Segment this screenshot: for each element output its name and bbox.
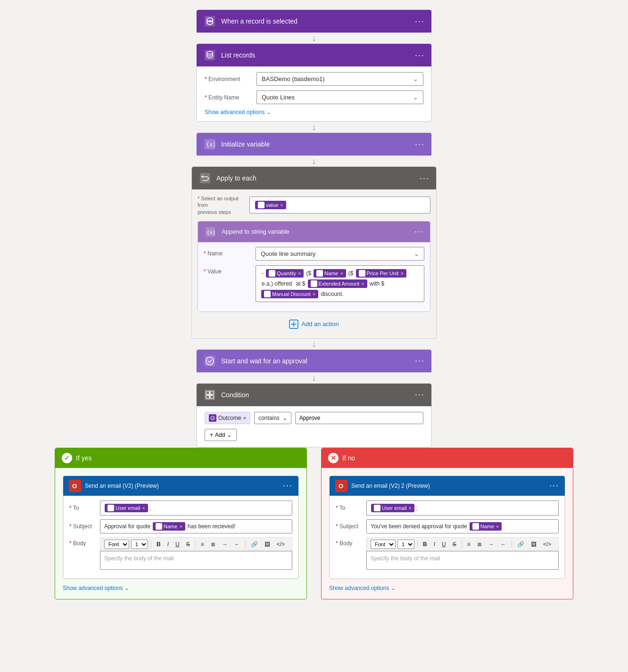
token-icon	[156, 523, 162, 530]
condition-body: Outcome × contains ⌄ + Add ⌄	[197, 406, 431, 447]
token-remove[interactable]: ×	[179, 524, 182, 529]
user-email-token-no: User email ×	[371, 504, 414, 512]
italic-button[interactable]: I	[165, 540, 171, 549]
to-value-no[interactable]: User email × ;	[366, 500, 559, 516]
connector-arrow-1: ↓	[312, 34, 316, 42]
show-advanced-options-yes[interactable]: Show advanced options ⌄	[63, 585, 299, 591]
email-card-yes: O Send an email (V2) (Preview) ··· To	[63, 475, 299, 579]
step-more-options[interactable]: ···	[283, 481, 293, 491]
code-button-no[interactable]: </>	[541, 540, 554, 549]
add-condition-button[interactable]: + Add ⌄	[205, 429, 237, 441]
italic-button-no[interactable]: I	[431, 540, 438, 549]
name-token: Name ×	[314, 269, 346, 278]
token-remove[interactable]: ×	[280, 202, 283, 208]
body-editor-no: Font 12 B I U S	[366, 537, 559, 570]
step-apply-each-container: Apply to each ··· Select an output fromp…	[191, 166, 437, 339]
underline-button-no[interactable]: U	[439, 540, 448, 549]
indent-button[interactable]: →	[220, 540, 230, 549]
step-header[interactable]: When a record is selected ···	[197, 10, 431, 33]
body-editor: Font 12 B I U S	[100, 537, 292, 570]
show-advanced-options[interactable]: Show advanced options ⌄	[205, 109, 423, 115]
numbered-list-button-no[interactable]: ≣	[475, 540, 484, 549]
step-more-options[interactable]: ···	[415, 50, 425, 60]
link-button-no[interactable]: 🔗	[515, 540, 527, 549]
font-select[interactable]: Font	[104, 540, 129, 549]
email-header-yes[interactable]: O Send an email (V2) (Preview) ···	[63, 476, 298, 496]
body-text-area-no[interactable]: Specify the body of the mail	[366, 551, 559, 570]
body-toolbar-no: Font 12 B I U S	[366, 537, 559, 551]
value-tokens-area[interactable]: - Quantity × ($ Name × ($	[256, 265, 424, 302]
step-condition-header[interactable]: Condition ···	[197, 384, 431, 406]
approval-icon	[203, 354, 216, 368]
step-list-header[interactable]: List records ···	[197, 44, 431, 66]
subject-value-no[interactable]: You've been denied approval for quote Na…	[366, 519, 559, 533]
token-remove[interactable]: ×	[496, 524, 499, 529]
step-var-header[interactable]: {x} Initialize variable ···	[197, 133, 431, 156]
environment-label: Environment	[205, 76, 256, 82]
numbered-list-button[interactable]: ≣	[208, 540, 218, 549]
append-string-header[interactable]: {x} Append to string variable ···	[198, 221, 430, 242]
step-apply-each-header[interactable]: Apply to each ···	[192, 167, 436, 189]
image-button[interactable]: 🖼	[262, 540, 273, 549]
outdent-button-no[interactable]: ←	[498, 540, 509, 549]
subject-field: Subject Approval for quote Name × has be…	[69, 519, 292, 533]
token-remove[interactable]: ×	[313, 291, 315, 297]
strikethrough-button[interactable]: S	[184, 540, 192, 549]
entity-dropdown[interactable]: Quote Lines ⌄	[256, 90, 423, 104]
token-remove[interactable]: ×	[298, 270, 301, 276]
font-size-select-no[interactable]: 12	[397, 540, 414, 549]
environment-value: BASDemo (basdemo1) ⌄	[256, 72, 423, 86]
strikethrough-button-no[interactable]: S	[450, 540, 459, 549]
chevron-down-icon: ⌄	[124, 585, 129, 591]
svg-text:{x}: {x}	[207, 229, 215, 236]
token-remove[interactable]: ×	[400, 270, 403, 276]
subject-value[interactable]: Approval for quote Name × has been recie…	[100, 519, 292, 533]
body-label: Body	[69, 537, 100, 547]
environment-dropdown[interactable]: BASDemo (basdemo1) ⌄	[256, 72, 423, 86]
email-header-no[interactable]: O Send an email (V2) 2 (Preview) ···	[330, 476, 565, 496]
step-more-options[interactable]: ···	[420, 173, 430, 183]
step-approval-header[interactable]: Start and wait for an approval ···	[197, 350, 431, 372]
step-more-options[interactable]: ···	[415, 356, 425, 366]
bold-button-no[interactable]: B	[421, 540, 430, 549]
token-remove[interactable]: ×	[409, 505, 412, 511]
font-size-select[interactable]: 12	[131, 540, 148, 549]
bullet-list-button[interactable]: ≡	[198, 540, 207, 549]
step-more-options[interactable]: ···	[549, 481, 559, 491]
step-more-options[interactable]: ···	[414, 227, 424, 237]
token-remove[interactable]: ×	[142, 505, 145, 511]
email-body-no: To User email × ;	[330, 496, 565, 579]
code-button[interactable]: </>	[274, 540, 287, 549]
svg-text:O: O	[339, 483, 343, 490]
token-remove[interactable]: ×	[243, 415, 246, 421]
select-output-value[interactable]: value ×	[249, 197, 430, 213]
token-remove[interactable]: ×	[340, 270, 343, 276]
bullet-list-button-no[interactable]: ≡	[465, 540, 473, 549]
link-button[interactable]: 🔗	[248, 540, 260, 549]
condition-row: Outcome × contains ⌄	[205, 412, 423, 424]
add-action-button[interactable]: Add an action	[198, 316, 430, 333]
to-value[interactable]: User email × ;	[100, 500, 292, 516]
condition-value-input[interactable]	[295, 412, 423, 424]
body-text-area[interactable]: Specify the body of the mail	[100, 551, 292, 570]
font-select-no[interactable]: Font	[371, 540, 396, 549]
underline-button[interactable]: U	[173, 540, 182, 549]
step-more-options[interactable]: ···	[415, 16, 425, 26]
name-field: Name Quote line summary ⌄	[204, 247, 424, 261]
image-button-no[interactable]: 🖼	[529, 540, 539, 549]
outdent-button[interactable]: ←	[232, 540, 242, 549]
name-value: Quote line summary ⌄	[256, 247, 424, 261]
variable-icon: {x}	[204, 225, 217, 238]
bold-button[interactable]: B	[154, 540, 163, 549]
select-output-field: Select an output fromprevious steps valu…	[198, 195, 430, 215]
step-more-options[interactable]: ···	[415, 139, 425, 149]
svg-text:O: O	[72, 483, 77, 490]
show-advanced-options-no[interactable]: Show advanced options ⌄	[329, 585, 565, 591]
operator-select[interactable]: contains ⌄	[254, 412, 291, 424]
name-dropdown[interactable]: Quote line summary ⌄	[256, 247, 424, 261]
indent-button-no[interactable]: →	[486, 540, 496, 549]
token-remove[interactable]: ×	[361, 281, 364, 287]
branch-no-label: If no	[342, 454, 355, 462]
chevron-down-icon: ⌄	[414, 250, 419, 257]
step-more-options[interactable]: ···	[415, 390, 425, 400]
